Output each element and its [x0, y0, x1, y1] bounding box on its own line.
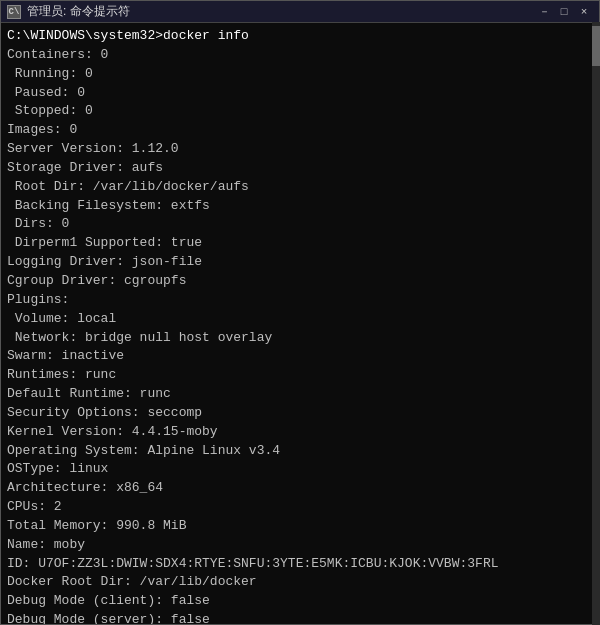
terminal-line: Swarm: inactive: [7, 347, 593, 366]
terminal-line: Root Dir: /var/lib/docker/aufs: [7, 178, 593, 197]
minimize-button[interactable]: －: [535, 4, 553, 20]
scrollbar-thumb[interactable]: [592, 26, 600, 66]
terminal-line: Debug Mode (server): false: [7, 611, 593, 624]
terminal-line: Dirs: 0: [7, 215, 593, 234]
terminal-line: Debug Mode (client): false: [7, 592, 593, 611]
terminal-line: Containers: 0: [7, 46, 593, 65]
terminal-line: CPUs: 2: [7, 498, 593, 517]
terminal-line: Kernel Version: 4.4.15-moby: [7, 423, 593, 442]
terminal-line: Paused: 0: [7, 84, 593, 103]
terminal-line: Name: moby: [7, 536, 593, 555]
terminal-line: ID: U7OF:ZZ3L:DWIW:SDX4:RTYE:SNFU:3YTE:E…: [7, 555, 593, 574]
scrollbar-track[interactable]: [592, 22, 600, 625]
terminal-line: C:\WINDOWS\system32>docker info: [7, 27, 593, 46]
terminal-line: Architecture: x86_64: [7, 479, 593, 498]
terminal-line: Volume: local: [7, 310, 593, 329]
terminal-line: Server Version: 1.12.0: [7, 140, 593, 159]
terminal-line: Total Memory: 990.8 MiB: [7, 517, 593, 536]
terminal-line: Operating System: Alpine Linux v3.4: [7, 442, 593, 461]
title-bar-left: C\ 管理员: 命令提示符: [7, 3, 130, 20]
close-button[interactable]: ×: [575, 4, 593, 20]
window-controls: － □ ×: [535, 4, 593, 20]
terminal-line: Stopped: 0: [7, 102, 593, 121]
title-bar: C\ 管理员: 命令提示符 － □ ×: [1, 1, 599, 23]
terminal-line: Images: 0: [7, 121, 593, 140]
terminal-body: C:\WINDOWS\system32>docker infoContainer…: [1, 23, 599, 624]
window-wrapper: C\ 管理员: 命令提示符 － □ × C:\WINDOWS\system32>…: [0, 0, 600, 625]
maximize-button[interactable]: □: [555, 4, 573, 20]
terminal-line: Storage Driver: aufs: [7, 159, 593, 178]
terminal-line: Logging Driver: json-file: [7, 253, 593, 272]
window-title: 管理员: 命令提示符: [27, 3, 130, 20]
terminal-line: Default Runtime: runc: [7, 385, 593, 404]
terminal-line: Docker Root Dir: /var/lib/docker: [7, 573, 593, 592]
terminal-line: Runtimes: runc: [7, 366, 593, 385]
terminal-line: Cgroup Driver: cgroupfs: [7, 272, 593, 291]
window-frame: C\ 管理员: 命令提示符 － □ × C:\WINDOWS\system32>…: [0, 0, 600, 625]
terminal-line: Security Options: seccomp: [7, 404, 593, 423]
terminal-line: Running: 0: [7, 65, 593, 84]
terminal-line: Network: bridge null host overlay: [7, 329, 593, 348]
cmd-icon: C\: [7, 5, 21, 19]
terminal-line: Backing Filesystem: extfs: [7, 197, 593, 216]
terminal-line: Plugins:: [7, 291, 593, 310]
terminal-line: Dirperm1 Supported: true: [7, 234, 593, 253]
terminal-line: OSType: linux: [7, 460, 593, 479]
